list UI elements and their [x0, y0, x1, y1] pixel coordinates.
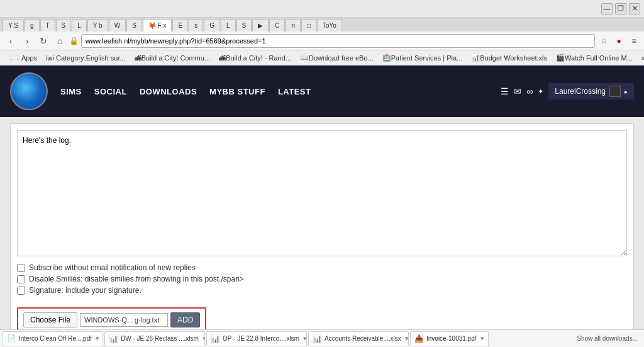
choose-file-button[interactable]: Choose File [23, 312, 77, 327]
tab-16[interactable]: n [286, 19, 301, 31]
subscribe-checkbox[interactable] [17, 264, 25, 272]
home-button[interactable]: ⌂ [53, 34, 67, 48]
tab-12[interactable]: L [221, 19, 236, 31]
tab-15[interactable]: C [269, 19, 285, 31]
options-section: Subscribe without email notification of … [17, 258, 627, 302]
hamburger-icon[interactable]: ☰ [501, 86, 509, 96]
download-label-3: Accounts Receivable....xlsx [325, 335, 401, 342]
subscribe-label: Subscribe without email notification of … [29, 263, 196, 272]
pinterest-icon[interactable]: ● [613, 35, 625, 47]
download-1[interactable]: 📊 DW - JE 26 Reclass ....xlsm ▾ [104, 331, 205, 346]
site-header-right: ☰ ✉ ∞ ✦ LaurelCrossing ▸ [501, 83, 634, 100]
download-label-2: OP - JE 22.8 Interco....xlsm [223, 335, 299, 342]
excel-icon-2: 📊 [211, 334, 220, 343]
reload-button[interactable]: ↻ [36, 34, 50, 48]
star-icon[interactable]: ✦ [538, 88, 543, 96]
download-close-3[interactable]: ▾ [405, 334, 409, 343]
title-bar-buttons: — ❐ ✕ [601, 3, 640, 14]
bm-other[interactable]: » Other bookmarks [638, 52, 644, 64]
nav-bar: ‹ › ↻ ⌂ 🔒 ☆ ● ≡ [0, 31, 644, 50]
reply-textarea[interactable] [17, 130, 627, 256]
pdf-icon-4: 📥 [414, 334, 424, 343]
tab-7[interactable]: S [126, 19, 142, 31]
site-header: SIMS SOCIAL DOWNLOADS MYBB STUFF LATEST … [0, 65, 644, 117]
user-badge[interactable]: LaurelCrossing ▸ [548, 83, 634, 100]
tab-11[interactable]: G [204, 19, 220, 31]
tab-5[interactable]: Y b [87, 19, 108, 31]
downloads-bar: 📄 Interco Clean Off Re....pdf ▾ 📊 DW - J… [0, 329, 644, 347]
disable-smilies-checkbox[interactable] [17, 275, 25, 283]
download-close-0[interactable]: ▾ [96, 334, 99, 343]
tab-1[interactable]: g [25, 19, 40, 31]
bm-3[interactable]: 🏙 Build a City! - Rand... [215, 52, 295, 64]
tab-9[interactable]: E [172, 19, 188, 31]
minimize-button[interactable]: — [601, 3, 613, 14]
disable-smilies-label: Disable Smilies: disable smilies from sh… [29, 275, 244, 283]
download-close-2[interactable]: ▾ [303, 334, 307, 343]
tab-17[interactable]: □ [301, 19, 316, 31]
nav-icons: ☆ ● ≡ [597, 35, 640, 47]
bm-2[interactable]: 🏙 Build a City! Commu... [131, 52, 214, 64]
signature-label: Signature: include your signature. [29, 286, 142, 295]
signature-checkbox[interactable] [17, 287, 25, 295]
close-button[interactable]: ✕ [629, 3, 640, 14]
mail-icon[interactable]: ✉ [514, 86, 521, 96]
download-label-1: DW - JE 26 Reclass ....xlsm [121, 335, 199, 342]
download-label-4: Invoice-10031.pdf [426, 335, 477, 342]
excel-icon-3: 📊 [313, 334, 322, 343]
bm-4[interactable]: 📖 Download free eBo... [296, 52, 377, 64]
add-file-button[interactable]: ADD [170, 312, 200, 327]
tab-10[interactable]: s [189, 19, 203, 31]
site-logo [10, 72, 48, 110]
download-label-0: Interco Clean Off Re....pdf [19, 335, 92, 342]
option-row-1: Disable Smilies: disable smilies from sh… [17, 275, 627, 283]
bm-7[interactable]: 🎬 Watch Full Online M... [552, 52, 636, 64]
file-name-display: WINDOWS-Q... g-log.txt [80, 313, 168, 327]
nav-downloads[interactable]: DOWNLOADS [140, 87, 197, 96]
download-4[interactable]: 📥 Invoice-10031.pdf ▾ [410, 331, 489, 346]
site-nav: SIMS SOCIAL DOWNLOADS MYBB STUFF LATEST [60, 87, 311, 96]
username-label: LaurelCrossing [555, 87, 606, 96]
tab-2[interactable]: T [40, 19, 55, 31]
nav-mybb-stuff[interactable]: MYBB STUFF [209, 87, 265, 96]
address-bar[interactable] [81, 34, 595, 48]
bm-5[interactable]: 🏥 Patient Services | Pla... [379, 52, 467, 64]
title-bar: — ❐ ✕ [0, 0, 644, 18]
download-close-4[interactable]: ▾ [480, 334, 484, 343]
nav-latest[interactable]: LATEST [278, 87, 311, 96]
link-icon[interactable]: ∞ [526, 86, 533, 96]
tab-toyo[interactable]: ToYo [317, 19, 342, 31]
browser-tabs: Y S g T S L Y b W S 🦊 F x E s G L S ▶ C … [0, 18, 644, 31]
option-row-2: Signature: include your signature. [17, 286, 627, 295]
bookmark-star-icon[interactable]: ☆ [597, 35, 610, 47]
tab-3[interactable]: S [56, 19, 72, 31]
tab-0[interactable]: Y S [3, 19, 24, 31]
download-2[interactable]: 📊 OP - JE 22.8 Interco....xlsm ▾ [206, 331, 307, 346]
tab-active[interactable]: 🦊 F x [143, 19, 172, 31]
nav-sims[interactable]: SIMS [60, 87, 82, 96]
bookmarks-bar: ⋮⋮ Apps iwi Category:English sur... 🏙 Bu… [0, 50, 644, 65]
menu-icon[interactable]: ≡ [628, 35, 640, 47]
reply-form: Subscribe without email notification of … [10, 123, 634, 329]
download-3[interactable]: 📊 Accounts Receivable....xlsx ▾ [308, 331, 409, 346]
bm-1[interactable]: iwi Category:English sur... [42, 52, 130, 64]
user-menu-icon: ▸ [625, 88, 628, 95]
file-section: Choose File WINDOWS-Q... g-log.txt ADD [17, 302, 627, 329]
bm-apps[interactable]: ⋮⋮ Apps [4, 52, 41, 64]
back-button[interactable]: ‹ [4, 34, 18, 48]
restore-button[interactable]: ❐ [615, 3, 626, 14]
bm-6[interactable]: 📊 Budget Worksheet.xls [467, 52, 551, 64]
tab-14[interactable]: ▶ [252, 19, 269, 31]
user-avatar [609, 86, 621, 97]
excel-icon-1: 📊 [109, 334, 118, 343]
download-close-1[interactable]: ▾ [203, 334, 205, 343]
nav-social[interactable]: SOCIAL [94, 87, 127, 96]
tab-13[interactable]: S [236, 19, 252, 31]
tab-4[interactable]: L [72, 19, 87, 31]
download-0[interactable]: 📄 Interco Clean Off Re....pdf ▾ [3, 331, 103, 346]
forward-button[interactable]: › [20, 34, 34, 48]
page-content: Subscribe without email notification of … [0, 117, 644, 329]
browser-window: — ❐ ✕ Y S g T S L Y b W S 🦊 F x E s G L … [0, 0, 644, 347]
show-all-downloads[interactable]: Show all downloads... [573, 335, 641, 342]
tab-6[interactable]: W [109, 19, 126, 31]
